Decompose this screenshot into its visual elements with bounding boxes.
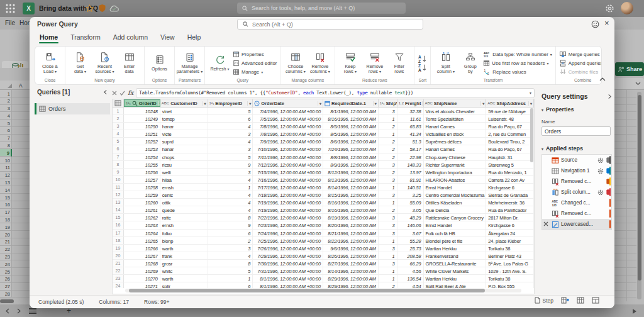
grid-cell[interactable]: 8/1/1996, 12:00:00 AM +00:00 xyxy=(253,275,323,282)
grid-cell[interactable]: Mehrheimerstr. 36 xyxy=(486,199,534,206)
grid-cell[interactable]: Rattlesnake Canyon Grocery xyxy=(424,214,487,221)
grid-cell[interactable]: 13.97 xyxy=(397,169,424,175)
grid-cell[interactable]: Chop-suey Chinese xyxy=(424,153,487,160)
grid-cell[interactable]: 7/19/1996, 12:00:00 AM +00:00 xyxy=(253,199,323,206)
grid-cell[interactable]: 148.33 xyxy=(397,161,424,168)
applied-step-removed-c[interactable]: Removed c... xyxy=(542,208,611,219)
grid-cell[interactable]: 10261 xyxy=(124,206,160,213)
ribbon-button-replace-values[interactable]: 12Replace values xyxy=(483,68,552,76)
grid-cell[interactable]: 7/5/1996, 12:00:00 AM +00:00 xyxy=(253,115,323,122)
grid-cell[interactable]: Toms Spezialitäten xyxy=(424,115,487,122)
grid-cell[interactable]: 10252 xyxy=(124,138,160,145)
grid-cell[interactable]: 7/19/1996, 12:00:00 AM +00:00 xyxy=(253,206,323,213)
ribbon-button-choose-columns[interactable]: Choosecolumns ▾ xyxy=(284,52,307,75)
grid-cell[interactable]: Kirchgasse 6 xyxy=(486,221,534,228)
grid-cell[interactable]: ricsu xyxy=(160,161,208,168)
grid-cell[interactable]: rattc xyxy=(160,214,208,221)
grid-cell[interactable]: 10259 xyxy=(124,191,160,198)
grid-cell[interactable]: 2 xyxy=(208,237,253,244)
grid-cell[interactable]: 11.61 xyxy=(397,115,424,122)
grid-cell[interactable]: 1 xyxy=(379,275,397,282)
grid-cell[interactable]: 7/23/1996, 12:00:00 AM +00:00 xyxy=(253,221,323,228)
grid-cell[interactable]: vinet xyxy=(160,108,208,114)
commit-formula-icon[interactable] xyxy=(119,91,125,96)
grid-cell[interactable]: 7/17/1996, 12:00:00 AM +00:00 xyxy=(253,184,323,191)
grid-cell[interactable]: 1029 - 12th Ave. S. xyxy=(486,267,534,274)
grid-cell[interactable]: 10255 xyxy=(124,161,160,168)
grid-vertical-scrollbar[interactable] xyxy=(530,108,533,284)
grid-cell[interactable]: 2 xyxy=(379,206,397,213)
grid-cell[interactable]: 10250 xyxy=(124,123,160,130)
grid-cell[interactable]: 3 xyxy=(379,214,397,221)
grid-cell[interactable]: 2817 Milton Dr. xyxy=(486,214,534,221)
grid-cell[interactable]: 1 xyxy=(379,130,397,137)
column-filter-icon[interactable]: ▾ xyxy=(318,101,321,106)
grid-cell[interactable]: Sierras de Granada xyxy=(486,191,534,198)
grid-cell[interactable]: 8/27/1996, 12:00:00 AM xyxy=(323,260,379,267)
ribbon-button-remove-columns[interactable]: Removecolumns ▾ xyxy=(308,52,331,75)
ribbon-button-manage-parameters[interactable]: Manageparameters ▾ xyxy=(178,52,201,75)
grid-cell[interactable]: 7/4/1996, 12:00:00 AM +00:00 xyxy=(253,108,323,114)
grid-cell[interactable]: 8/13/1996, 12:00:00 AM xyxy=(323,176,379,183)
grid-cell[interactable]: 208.58 xyxy=(397,252,424,259)
grid-cell[interactable]: 10265 xyxy=(124,237,160,244)
grid-cell[interactable]: 10268 xyxy=(124,260,160,267)
grid-cell[interactable]: 1 xyxy=(208,184,253,191)
query-item-orders[interactable]: Orders xyxy=(35,103,110,114)
grid-cell[interactable]: 7/26/1996, 12:00:00 AM +00:00 xyxy=(253,245,323,252)
grid-cell[interactable]: 7/9/1996, 12:00:00 AM +00:00 xyxy=(253,138,323,145)
ribbon-button-za[interactable]: ZA xyxy=(418,64,427,72)
column-filter-icon[interactable]: ▾ xyxy=(373,101,377,106)
grid-cell[interactable]: Richter Supermarkt xyxy=(424,161,487,168)
column-filter-icon[interactable]: ▾ xyxy=(247,101,251,106)
grid-cell[interactable]: 1 xyxy=(379,237,397,244)
grid-cell[interactable]: 146.06 xyxy=(397,221,424,228)
collapse-ribbon-icon[interactable] xyxy=(599,77,606,81)
tab-transform[interactable]: Transform xyxy=(64,31,106,45)
grid-cell[interactable]: warth xyxy=(160,275,208,282)
grid-cell[interactable]: 2 xyxy=(379,169,397,175)
grid-cell[interactable]: 8/14/1996, 12:00:00 AM xyxy=(323,184,379,191)
column-header-orderid[interactable]: 1²₃OrderID▾ xyxy=(124,99,160,107)
grid-cell[interactable]: P.O. Box 555 xyxy=(486,282,534,288)
cancel-formula-icon[interactable] xyxy=(112,91,117,96)
formula-input[interactable]: Table.TransformColumns(#"Removed columns… xyxy=(136,88,535,98)
grid-cell[interactable]: 7/22/1996, 12:00:00 AM +00:00 xyxy=(253,214,323,221)
grid-cell[interactable]: welli xyxy=(160,169,208,175)
grid-cell[interactable]: Blondel père et fils xyxy=(424,237,487,244)
ribbon-button-advanced-editor[interactable]: Advanced editor xyxy=(233,59,277,67)
grid-cell[interactable]: 7/18/1996, 12:00:00 AM +00:00 xyxy=(253,191,323,198)
grid-cell[interactable]: Wellington Importadora xyxy=(424,169,487,175)
ribbon-button-remove-rows[interactable]: Removerows ▾ xyxy=(363,52,386,75)
step-button[interactable]: Step xyxy=(534,297,554,304)
grid-cell[interactable]: 48.29 xyxy=(397,214,424,221)
grid-cell[interactable]: 4 xyxy=(208,123,253,130)
grid-cell[interactable]: 7/11/1996, 12:00:00 AM +00:00 xyxy=(253,153,323,160)
ribbon-button-split-column[interactable]: Splitcolumn ▾ xyxy=(434,52,457,75)
grid-cell[interactable]: ernsh xyxy=(160,184,208,191)
grid-cell[interactable]: 8/26/1996, 12:00:00 AM xyxy=(323,252,379,259)
grid-cell[interactable]: 1 xyxy=(379,199,397,206)
grid-cell[interactable]: Carrera 22 con Av xyxy=(486,176,534,183)
grid-cell[interactable]: 10264 xyxy=(124,230,160,236)
grid-cell[interactable]: 8/15/1996, 12:00:00 AM xyxy=(323,191,379,198)
applied-step-split-colum[interactable]: Split colum... xyxy=(542,187,611,197)
grid-cell[interactable]: 6 xyxy=(208,230,253,236)
grid-cell[interactable]: 2 xyxy=(379,145,397,152)
grid-cell[interactable]: 10271 xyxy=(124,282,160,288)
grid-cell[interactable]: 8/19/1996, 12:00:00 AM xyxy=(323,214,379,221)
grid-cell[interactable]: 8/5/1996, 12:00:00 AM xyxy=(323,123,379,130)
grid-cell[interactable]: 9 xyxy=(208,221,253,228)
grid-cell[interactable]: 4 xyxy=(208,176,253,183)
grid-cell[interactable]: 136.54 xyxy=(397,275,424,282)
tab-add-column[interactable]: Add column xyxy=(107,31,154,45)
applied-steps-section-header[interactable]: ▾ Applied steps xyxy=(541,145,583,152)
grid-cell[interactable]: 10256 xyxy=(124,169,160,175)
applied-step-removed-c[interactable]: Removed c... xyxy=(542,176,611,187)
column-filter-icon[interactable]: ▾ xyxy=(203,101,206,106)
ribbon-button-recent-sources[interactable]: Recentsources ▾ xyxy=(93,52,116,75)
collapse-settings-pane-icon[interactable] xyxy=(608,94,612,99)
grid-cell[interactable]: whitc xyxy=(160,267,208,274)
grid-cell[interactable]: Starenweg 5 xyxy=(486,161,534,168)
ribbon-button-data-type-whole-number[interactable]: ABC123Data type: Whole number▾ xyxy=(483,50,552,58)
